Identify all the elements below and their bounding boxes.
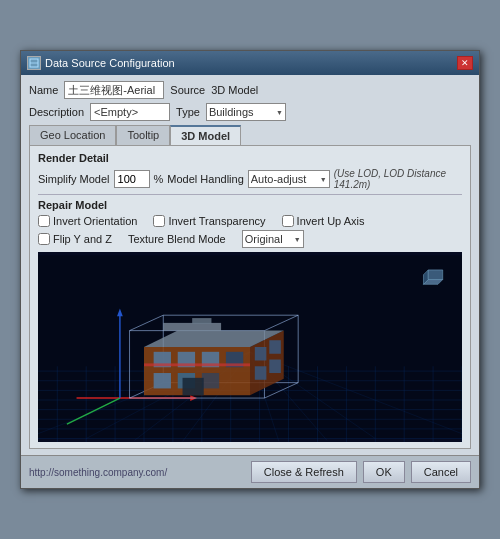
- percent-label: %: [154, 173, 164, 185]
- tab-content-3d-model: Render Detail Simplify Model % Model Han…: [29, 145, 471, 449]
- svg-rect-62: [144, 363, 250, 366]
- titlebar-left: Data Source Configuration: [27, 56, 175, 70]
- tab-3d-model[interactable]: 3D Model: [170, 125, 241, 145]
- desc-label: Description: [29, 106, 84, 118]
- svg-rect-61: [183, 378, 204, 395]
- footer: http://something.company.com/ Close & Re…: [21, 455, 479, 488]
- simplify-label: Simplify Model: [38, 173, 110, 185]
- invert-up-axis-label: Invert Up Axis: [297, 215, 365, 227]
- svg-rect-54: [202, 373, 219, 388]
- source-label: Source: [170, 84, 205, 96]
- ok-button[interactable]: OK: [363, 461, 405, 483]
- svg-rect-59: [163, 323, 221, 331]
- svg-rect-57: [255, 366, 267, 379]
- texture-blend-label: Texture Blend Mode: [128, 233, 226, 245]
- repair-row-2: Flip Y and Z Texture Blend Mode Original…: [38, 230, 462, 248]
- invert-orientation-checkbox[interactable]: [38, 215, 50, 227]
- flip-yz-label: Flip Y and Z: [53, 233, 112, 245]
- texture-blend-select[interactable]: Original Multiply Add: [242, 230, 304, 248]
- invert-transparency-label: Invert Transparency: [168, 215, 265, 227]
- app-icon: [27, 56, 41, 70]
- type-label: Type: [176, 106, 200, 118]
- footer-url: http://something.company.com/: [29, 467, 245, 478]
- simplify-input[interactable]: [114, 170, 150, 188]
- type-select[interactable]: Buildings Trees Other: [206, 103, 286, 121]
- repair-model-title: Repair Model: [38, 199, 462, 211]
- invert-transparency-checkbox[interactable]: [153, 215, 165, 227]
- handling-label: Model Handling: [167, 173, 243, 185]
- render-detail-row: Simplify Model % Model Handling Auto-adj…: [38, 168, 462, 190]
- name-source-row: Name Source 3D Model: [29, 81, 471, 99]
- invert-transparency-item[interactable]: Invert Transparency: [153, 215, 265, 227]
- type-select-wrapper: Buildings Trees Other: [206, 103, 286, 121]
- render-detail-title: Render Detail: [38, 152, 462, 164]
- tab-bar: Geo Location Tooltip 3D Model: [29, 125, 471, 145]
- repair-row-1: Invert Orientation Invert Transparency I…: [38, 215, 462, 227]
- handling-select[interactable]: Auto-adjust Manual None: [248, 170, 330, 188]
- desc-type-row: Description Type Buildings Trees Other: [29, 103, 471, 121]
- svg-rect-52: [154, 373, 171, 388]
- svg-rect-58: [269, 360, 281, 373]
- svg-rect-60: [192, 318, 211, 324]
- invert-orientation-label: Invert Orientation: [53, 215, 137, 227]
- invert-up-axis-item[interactable]: Invert Up Axis: [282, 215, 365, 227]
- close-refresh-button[interactable]: Close & Refresh: [251, 461, 357, 483]
- texture-blend-wrapper: Original Multiply Add: [242, 230, 304, 248]
- svg-rect-55: [255, 347, 267, 360]
- main-window: Data Source Configuration ✕ Name Source …: [20, 50, 480, 489]
- tab-geo-location[interactable]: Geo Location: [29, 125, 116, 145]
- close-button[interactable]: ✕: [457, 56, 473, 70]
- handling-select-wrapper: Auto-adjust Manual None: [248, 170, 330, 188]
- tab-tooltip[interactable]: Tooltip: [116, 125, 170, 145]
- window-title: Data Source Configuration: [45, 57, 175, 69]
- desc-input[interactable]: [90, 103, 170, 121]
- lod-note: (Use LOD, LOD Distance 141.2m): [334, 168, 462, 190]
- flip-yz-checkbox[interactable]: [38, 233, 50, 245]
- content-area: Name Source 3D Model Description Type Bu…: [21, 75, 479, 455]
- invert-up-axis-checkbox[interactable]: [282, 215, 294, 227]
- svg-marker-65: [428, 270, 442, 280]
- name-label: Name: [29, 84, 58, 96]
- cancel-button[interactable]: Cancel: [411, 461, 471, 483]
- source-value: 3D Model: [211, 84, 258, 96]
- 3d-viewport[interactable]: [38, 252, 462, 442]
- flip-yz-item[interactable]: Flip Y and Z: [38, 233, 112, 245]
- name-input[interactable]: [64, 81, 164, 99]
- invert-orientation-item[interactable]: Invert Orientation: [38, 215, 137, 227]
- svg-rect-56: [269, 340, 281, 353]
- repair-model-section: Repair Model Invert Orientation Invert T…: [38, 199, 462, 248]
- divider-1: [38, 194, 462, 195]
- titlebar: Data Source Configuration ✕: [21, 51, 479, 75]
